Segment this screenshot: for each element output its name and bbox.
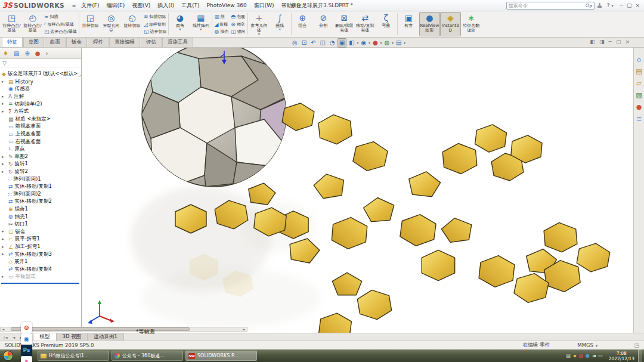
ball-face-gray[interactable] — [233, 162, 267, 185]
tree-item-process-bends1[interactable]: ▸∠加工-折弯1 — [0, 243, 81, 251]
tree-item-combine1[interactable]: ⊕组合1 — [0, 206, 81, 214]
flat-hexagon-face[interactable] — [332, 218, 367, 249]
flat-hexagon-face[interactable] — [318, 115, 352, 144]
tree-item-body-move-copy3[interactable]: ▸⇄实体-移动/复制3 — [0, 250, 81, 258]
move-copy-body-button[interactable]: ⇄移动/复制实体 — [355, 12, 376, 36]
ime-tray-icon[interactable]: ▤ — [566, 353, 571, 359]
doc-restore-button[interactable]: ▢ — [616, 39, 621, 45]
tree-item-flatten-bends1[interactable]: ▸⌐展平-折弯1 — [0, 236, 81, 243]
revolved-cut-button[interactable]: ◵旋转切除 — [122, 12, 143, 36]
section-view-icon[interactable]: ◫ — [318, 38, 327, 48]
explorer-window-button[interactable]: H:\微信公众号\1... — [38, 351, 109, 361]
cut-list-expand-icon[interactable]: ▸ — [2, 100, 4, 108]
view-palette-icon[interactable]: ▨ — [636, 92, 642, 99]
menu-window[interactable]: 窗口(W) — [250, 1, 278, 10]
tree-item-top-plane[interactable]: ▭上视基准面 — [0, 131, 81, 138]
tree-item-flat-pattern[interactable]: ▸▭平板型式 — [0, 273, 81, 281]
process-bends1-expand-icon[interactable]: ▸ — [2, 243, 4, 251]
fillet-dropdown-icon[interactable]: ▾ — [179, 28, 181, 31]
flat-hexagon-face[interactable] — [475, 125, 507, 152]
swept-cut-button[interactable]: ≋扫描切除 — [144, 14, 167, 20]
file-explorer-icon[interactable]: ▱ — [636, 80, 641, 87]
units-selector[interactable]: MMGS▾ — [577, 342, 597, 348]
flat-hexagon-face[interactable] — [319, 313, 352, 333]
pane-expand-tab[interactable]: › — [46, 50, 48, 57]
solidworks-resources-icon[interactable]: ⌂ — [637, 56, 641, 63]
scrollbar-track[interactable] — [6, 327, 242, 331]
solidworks-window-button[interactable]: SWSOLIDWORKS P... — [185, 351, 257, 361]
tab-焊件[interactable]: 焊件 — [88, 37, 109, 47]
scroll-right-icon[interactable]: ► — [242, 327, 247, 331]
browser-window-button[interactable]: 公众号 - 360极速... — [112, 351, 183, 361]
edit-appearance-icon[interactable]: ● — [371, 38, 380, 48]
instant3d-button[interactable]: ◆Instant3D — [440, 12, 461, 36]
volume-tray-icon[interactable]: ◄ — [592, 353, 596, 359]
search-input[interactable]: 搜索命令 ▾ — [506, 2, 595, 10]
start-button[interactable] — [3, 351, 13, 361]
photoshop-icon[interactable]: Ps — [21, 345, 32, 356]
search-dropdown-icon[interactable]: ▾ — [590, 4, 592, 8]
tab-3d-views[interactable]: 3D 视图 — [57, 333, 88, 341]
zoom-fit-icon[interactable]: ◎ — [290, 38, 299, 48]
flat-hexagon-face[interactable] — [577, 243, 610, 272]
tree-item-body-move-copy4[interactable]: ⇄实体-移动/复制4 — [0, 265, 81, 273]
mirror-button[interactable]: ◫镜向 — [231, 29, 246, 35]
tree-item-cut-list[interactable]: ▸≡切割清单(2) — [0, 100, 81, 108]
network-tray-icon[interactable]: ▭ — [598, 353, 603, 359]
flat-pentagon-face[interactable] — [332, 273, 361, 295]
menu-pin-icon[interactable]: ◄ — [69, 3, 78, 8]
menu-photoview-360[interactable]: PhotoView 360 — [203, 1, 250, 10]
tab-钣金[interactable]: 钣金 — [66, 37, 87, 47]
flat-hexagon-face[interactable] — [442, 144, 477, 174]
fillet-button[interactable]: ◕圆角▾ — [169, 12, 190, 36]
flat-hexagon-face[interactable] — [357, 290, 391, 319]
flat-pentagon-face[interactable] — [441, 218, 472, 243]
hole-wizard-button[interactable]: ◎异型孔向导 — [101, 12, 122, 36]
hide-show-items-icon[interactable]: ◉ — [359, 38, 368, 48]
reference-geometry-button[interactable]: +参考几何体▾ — [249, 12, 270, 36]
menu-tools[interactable]: 工具(T) — [178, 1, 203, 10]
tray-red-icon[interactable]: ▦ — [579, 353, 584, 359]
design-library-icon[interactable]: ▤ — [636, 68, 642, 75]
zoom-area-icon[interactable]: ⊡ — [300, 38, 308, 48]
tab-model[interactable]: 模型 — [34, 333, 57, 341]
shell-button[interactable]: ◍抽壳 — [214, 29, 228, 35]
close-button[interactable]: × — [633, 2, 642, 8]
linear-pattern-dropdown-icon[interactable]: ▾ — [200, 28, 202, 31]
hide-show-items-dropdown-icon[interactable]: ▾ — [369, 41, 370, 45]
reference-geometry-dropdown-icon[interactable]: ▾ — [258, 33, 260, 36]
feature-manager-tab[interactable]: ♦ — [3, 50, 8, 57]
scroll-left-icon[interactable]: ◄ — [1, 327, 6, 331]
equations-expand-icon[interactable]: ▸ — [2, 108, 4, 116]
configuration-manager-tab[interactable]: ⊕ — [24, 50, 29, 57]
rib-button[interactable]: ▥筋 — [214, 14, 228, 20]
view-settings-dropdown-icon[interactable]: ▾ — [404, 41, 405, 45]
menu-insert[interactable]: 插入(I) — [154, 1, 178, 10]
revolve2-expand-icon[interactable]: ▸ — [2, 168, 4, 176]
lenovo-manager-icon[interactable]: ⊚ — [21, 322, 32, 333]
linear-pattern-button[interactable]: ▦线性阵列▾ — [190, 12, 211, 36]
rollback-bar[interactable] — [1, 283, 79, 284]
flex-button[interactable]: ζ弯曲 — [376, 12, 397, 36]
flat-pentagon-face[interactable] — [364, 198, 394, 222]
annotations-expand-icon[interactable]: ▸ — [2, 93, 4, 101]
doc-minimize-button[interactable]: ─ — [609, 39, 612, 45]
tray-gold-icon[interactable]: ▪ — [573, 353, 576, 359]
tree-item-front-plane[interactable]: ▭前视基准面 — [0, 123, 81, 131]
extruded-cut-button[interactable]: ◲拉伸切除 — [80, 12, 101, 36]
boundary-boss-button[interactable]: ◰边界凸台/基体 — [44, 29, 77, 35]
curves-button[interactable]: ∫曲线▾ — [270, 12, 290, 36]
revolved-boss-button[interactable]: ◴旋转凸台/基体 — [22, 12, 43, 36]
custom-properties-icon[interactable]: ≡ — [636, 116, 642, 123]
pane-split-right-button[interactable]: ◨ — [599, 39, 605, 45]
menu-view[interactable]: 视图(V) — [128, 1, 154, 10]
delete-keep-body-button[interactable]: ⊠删除/保留实体 — [334, 12, 355, 36]
flat-pattern-expand-icon[interactable]: ▸ — [2, 273, 4, 281]
tree-item-equations[interactable]: ▸Σ方程式 — [0, 108, 81, 116]
tab-直接编辑[interactable]: 直接编辑 — [109, 37, 140, 47]
graphics-viewport[interactable] — [82, 48, 633, 333]
tree-item-shell1[interactable]: ◍抽壳1 — [0, 213, 81, 221]
tree-filter[interactable]: ▽ — [0, 59, 81, 67]
tree-item-circular-pattern1[interactable]: ∷阵列(圆周)1 — [0, 175, 81, 183]
tree-item-body-move-copy1[interactable]: ⇄实体-移动/复制1 — [0, 183, 81, 191]
